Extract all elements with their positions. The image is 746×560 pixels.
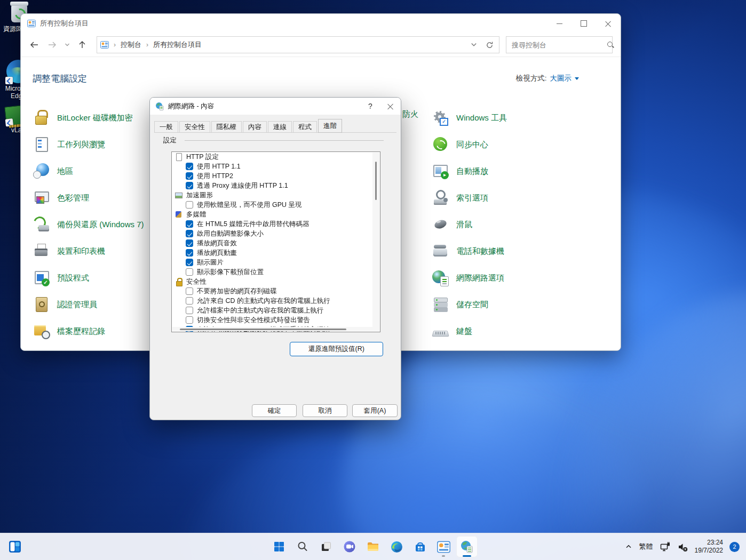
control-panel-taskbar-button[interactable] (433, 536, 454, 557)
refresh-icon[interactable] (486, 41, 494, 49)
cp-item-backup-restore[interactable]: 備份與還原 (Windows 7) (33, 216, 144, 233)
search-icon[interactable] (607, 41, 614, 49)
cp-item-taskbar-navigation[interactable]: 工作列與瀏覽 (33, 136, 144, 153)
tab-content[interactable]: 內容 (243, 121, 267, 132)
checkbox-icon[interactable] (186, 249, 193, 257)
settings-option[interactable]: 不要將加密的網頁存到磁碟 (172, 286, 380, 296)
microsoft-store-button[interactable] (409, 536, 431, 557)
scrollbar-thumb[interactable] (180, 329, 346, 330)
settings-option[interactable]: 透過 Proxy 連線使用 HTTP 1.1 (172, 181, 380, 190)
checkbox-icon[interactable] (186, 220, 193, 228)
checkbox-icon[interactable] (186, 182, 193, 189)
cp-item-bitlocker[interactable]: BitLocker 磁碟機加密 (33, 109, 144, 126)
settings-option[interactable]: 播放網頁動畫 (172, 248, 380, 258)
chat-button[interactable] (339, 536, 360, 557)
settings-option[interactable]: 允許來自 CD 的主動式內容在我的電腦上執行 (172, 296, 380, 306)
address-dropdown-icon[interactable] (471, 42, 477, 48)
hidden-icons-chevron-icon[interactable] (624, 542, 633, 551)
checkbox-icon[interactable] (186, 268, 193, 276)
settings-option[interactable]: 顯示圖片 (172, 258, 380, 267)
minimize-button[interactable] (547, 14, 572, 33)
checkbox-icon[interactable] (186, 259, 193, 266)
vertical-scrollbar[interactable] (372, 153, 379, 331)
settings-option[interactable]: 使用軟體呈現，而不使用 GPU 呈現 (172, 200, 380, 210)
dialog-close-button[interactable] (380, 98, 401, 115)
file-explorer-button[interactable] (362, 536, 384, 557)
breadcrumb-all-items[interactable]: 所有控制台項目 (153, 40, 202, 50)
settings-option[interactable]: 使用 HTTP 1.1 (172, 162, 380, 171)
checkbox-icon[interactable] (186, 297, 193, 305)
back-button[interactable] (25, 36, 43, 53)
cp-item-devices-printers[interactable]: 裝置和印表機 (33, 243, 144, 260)
tab-connections[interactable]: 連線 (268, 121, 292, 132)
cp-item-mouse[interactable]: 滑鼠 (432, 216, 507, 233)
maximize-button[interactable] (572, 14, 596, 33)
tab-advanced[interactable]: 進階 (318, 119, 342, 133)
cp-item-phone-modem[interactable]: 電話和數據機 (432, 243, 507, 260)
notification-badge[interactable]: 2 (729, 542, 740, 552)
clock[interactable]: 23:24 19/7/2022 (695, 539, 723, 555)
cp-item-autoplay[interactable]: 自動播放 (432, 163, 507, 180)
volume-muted-icon[interactable] (677, 541, 688, 553)
cp-item-storage-spaces[interactable]: 儲存空間 (432, 296, 507, 313)
edge-button[interactable] (386, 536, 407, 557)
apply-button[interactable]: 套用(A) (352, 404, 398, 417)
tab-security[interactable]: 安全性 (179, 121, 210, 132)
task-view-button[interactable] (315, 536, 337, 557)
cp-item-indexing-options[interactable]: 索引選項 (432, 189, 507, 206)
network-icon[interactable] (660, 541, 671, 553)
cp-item-windows-tools[interactable]: Windows 工具 (432, 109, 507, 126)
settings-option[interactable]: 切換安全性與非安全性模式時發出警告 (172, 315, 380, 325)
dialog-titlebar[interactable]: 網際網路 - 內容 ? (150, 98, 401, 115)
breadcrumb-control-panel[interactable]: 控制台 (121, 40, 141, 50)
settings-option[interactable]: 啟用自動調整影像大小 (172, 229, 380, 238)
cp-item-color-management[interactable]: 色彩管理 (33, 189, 144, 206)
search-box[interactable] (506, 36, 613, 53)
cp-item-firewall-partial[interactable]: 防火 (402, 109, 418, 119)
checkbox-icon[interactable] (186, 239, 193, 247)
internet-properties-taskbar-button[interactable] (456, 536, 478, 557)
checkbox-icon[interactable] (186, 316, 193, 324)
checkbox-icon[interactable] (186, 201, 193, 209)
start-button[interactable] (268, 536, 290, 557)
settings-option[interactable]: 在 HTML5 媒體元件中啟用替代轉碼器 (172, 219, 380, 229)
cp-item-credential-manager[interactable]: 認證管理員 (33, 296, 144, 313)
address-bar[interactable]: › 控制台 › 所有控制台項目 (97, 36, 499, 53)
cp-item-keyboard[interactable]: 鍵盤 (432, 323, 507, 340)
cp-item-sync-center[interactable]: 同步中心 (432, 136, 507, 153)
settings-option[interactable]: 使用 HTTP2 (172, 171, 380, 181)
view-by-value[interactable]: 大圖示 (550, 74, 572, 83)
cp-item-file-history[interactable]: 檔案歷程記錄 (33, 323, 144, 340)
help-button[interactable]: ? (360, 98, 380, 115)
cp-item-region[interactable]: 地區 (33, 163, 144, 180)
advanced-settings-list[interactable]: HTTP 設定 使用 HTTP 1.1 使用 HTTP2 透過 Proxy 連線… (171, 151, 380, 332)
up-button[interactable] (73, 36, 91, 53)
tab-programs[interactable]: 程式 (293, 121, 317, 132)
search-button[interactable] (292, 536, 313, 557)
restore-advanced-settings-button[interactable]: 還原進階預設值(R) (290, 342, 383, 356)
scrollbar-thumb[interactable] (375, 162, 377, 200)
checkbox-icon[interactable] (186, 230, 193, 237)
horizontal-scrollbar[interactable] (172, 327, 372, 331)
tab-privacy[interactable]: 隱私權 (211, 121, 242, 132)
group-divider (185, 140, 384, 141)
cp-item-internet-options[interactable]: 網際網路選項 (432, 269, 507, 286)
checkbox-icon[interactable] (186, 307, 193, 314)
recent-pages-button[interactable] (61, 36, 73, 53)
ime-indicator[interactable]: 繁體 (639, 542, 653, 551)
window-titlebar[interactable]: 所有控制台項目 (21, 14, 621, 33)
caret-down-icon[interactable] (575, 77, 579, 80)
checkbox-icon[interactable] (186, 287, 193, 295)
close-button[interactable] (596, 14, 621, 33)
settings-option[interactable]: 允許檔案中的主動式內容在我的電腦上執行 (172, 306, 380, 315)
settings-option[interactable]: 顯示影像下載預留位置 (172, 267, 380, 277)
cancel-button[interactable]: 取消 (303, 404, 347, 417)
search-input[interactable] (511, 41, 607, 50)
cp-item-default-programs[interactable]: 預設程式 (33, 269, 144, 286)
forward-button[interactable] (43, 36, 61, 53)
settings-option[interactable]: 播放網頁音效 (172, 238, 380, 248)
ok-button[interactable]: 確定 (252, 404, 297, 417)
checkbox-icon[interactable] (186, 163, 193, 170)
tab-general[interactable]: 一般 (154, 121, 178, 132)
checkbox-icon[interactable] (186, 172, 193, 180)
